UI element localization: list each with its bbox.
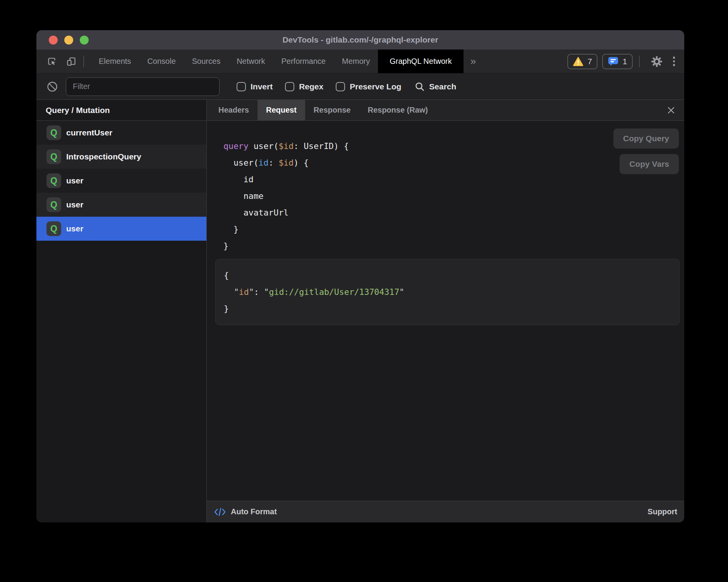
filter-options: Invert Regex Preserve Log [237, 82, 401, 91]
copy-query-button[interactable]: Copy Query [613, 128, 679, 149]
list-item[interactable]: Quser [36, 217, 206, 241]
device-toolbar-icon[interactable] [66, 56, 77, 67]
preserve-log-label: Preserve Log [350, 82, 401, 91]
graphql-query-code: query user($id: UserID) { user(id: $id) … [207, 121, 684, 254]
toolbar-right: 7 1 [563, 50, 684, 73]
code-line: "id": "gid://gitlab/User/13704317" [224, 284, 670, 300]
operation-name: IntrospectionQuery [66, 152, 141, 161]
code-line: } [223, 221, 684, 238]
query-list: QcurrentUserQIntrospectionQueryQuserQuse… [36, 121, 206, 241]
query-type-badge: Q [46, 125, 61, 140]
tab-elements[interactable]: Elements [91, 50, 139, 73]
support-link[interactable]: Support [647, 507, 677, 516]
request-tabs: HeadersRequestResponseResponse (Raw) [210, 100, 436, 120]
tab-performance[interactable]: Performance [273, 50, 334, 73]
panel-footer: Auto Format Support [207, 501, 684, 522]
toolbar-divider [83, 56, 84, 67]
auto-format-button[interactable]: Auto Format [231, 507, 277, 516]
request-tab-request[interactable]: Request [258, 100, 305, 120]
invert-label: Invert [251, 82, 273, 91]
warning-triangle-icon [573, 56, 584, 67]
operation-name: user [66, 176, 83, 185]
code-line: user(id: $id) { [223, 154, 684, 171]
clear-block-icon[interactable] [46, 81, 58, 92]
query-list-sidebar: Query / Mutation QcurrentUserQIntrospect… [36, 100, 207, 522]
search-label: Search [429, 82, 456, 91]
code-line: id [223, 171, 684, 188]
minimize-window-button[interactable] [64, 36, 73, 45]
list-item[interactable]: QcurrentUser [36, 121, 206, 145]
code-line: } [223, 238, 684, 254]
zoom-window-button[interactable] [80, 36, 89, 45]
preserve-log-checkbox[interactable]: Preserve Log [336, 82, 401, 91]
sidebar-header: Query / Mutation [36, 100, 206, 121]
tab-memory[interactable]: Memory [334, 50, 378, 73]
request-tabbar: HeadersRequestResponseResponse (Raw) [207, 100, 684, 121]
tab-graphql-network[interactable]: GraphQL Network [378, 50, 463, 73]
traffic-lights [49, 30, 89, 50]
inspect-element-icon[interactable] [46, 56, 57, 67]
filter-input[interactable] [66, 77, 220, 96]
preserve-log-checkbox-box[interactable] [336, 82, 345, 91]
list-item[interactable]: QIntrospectionQuery [36, 145, 206, 169]
warnings-badge[interactable]: 7 [567, 54, 598, 69]
code-line: } [224, 300, 670, 317]
toolbar-divider [639, 56, 640, 67]
invert-checkbox[interactable]: Invert [237, 82, 273, 91]
search-control[interactable]: Search [414, 81, 456, 92]
operation-name: user [66, 224, 83, 233]
query-type-badge: Q [46, 221, 61, 236]
titlebar: DevTools - gitlab.com/-/graphql-explorer [36, 30, 684, 50]
tab-sources[interactable]: Sources [184, 50, 228, 73]
code-line: name [223, 188, 684, 204]
list-item[interactable]: Quser [36, 193, 206, 217]
issues-badge[interactable]: 1 [602, 54, 633, 69]
window-title: DevTools - gitlab.com/-/graphql-explorer [36, 35, 684, 45]
tab-console[interactable]: Console [139, 50, 184, 73]
regex-checkbox-box[interactable] [285, 82, 294, 91]
query-type-badge: Q [46, 173, 61, 188]
warnings-count: 7 [587, 57, 592, 66]
code-line: avatarUrl [223, 204, 684, 221]
search-icon [414, 81, 425, 92]
request-tab-response-raw[interactable]: Response (Raw) [359, 100, 436, 120]
copy-vars-button[interactable]: Copy Vars [620, 154, 679, 174]
more-tabs-icon[interactable]: » [464, 50, 483, 73]
request-tab-headers[interactable]: Headers [210, 100, 258, 120]
content: Query / Mutation QcurrentUserQIntrospect… [36, 100, 684, 522]
request-view: query user($id: UserID) { user(id: $id) … [207, 121, 684, 501]
close-window-button[interactable] [49, 36, 58, 45]
main-tabs: ElementsConsoleSourcesNetworkPerformance… [91, 50, 464, 73]
tab-network[interactable]: Network [228, 50, 273, 73]
list-item[interactable]: Quser [36, 169, 206, 193]
close-panel-icon[interactable] [666, 106, 676, 115]
regex-label: Regex [299, 82, 323, 91]
filter-toolbar: Invert Regex Preserve Log Search [36, 74, 684, 100]
devtools-tool-icons [46, 50, 77, 73]
regex-checkbox[interactable]: Regex [285, 82, 323, 91]
issues-count: 1 [623, 57, 627, 66]
invert-checkbox-box[interactable] [237, 82, 246, 91]
request-tab-response[interactable]: Response [305, 100, 359, 120]
operation-name: currentUser [66, 128, 112, 137]
detail-panel: HeadersRequestResponseResponse (Raw) que… [207, 100, 684, 522]
graphql-variables-code: { "id": "gid://gitlab/User/13704317"} [224, 267, 670, 317]
auto-format-icon [214, 507, 226, 517]
query-type-badge: Q [46, 197, 61, 212]
main-tabbar: ElementsConsoleSourcesNetworkPerformance… [36, 50, 684, 74]
query-type-badge: Q [46, 149, 61, 164]
operation-name: user [66, 200, 83, 209]
code-line: { [224, 267, 670, 284]
kebab-menu-icon[interactable] [673, 56, 675, 66]
devtools-window: DevTools - gitlab.com/-/graphql-explorer… [36, 30, 684, 522]
message-bubble-icon [608, 56, 619, 67]
settings-gear-icon[interactable] [651, 55, 663, 68]
variables-box: { "id": "gid://gitlab/User/13704317"} [215, 259, 680, 325]
